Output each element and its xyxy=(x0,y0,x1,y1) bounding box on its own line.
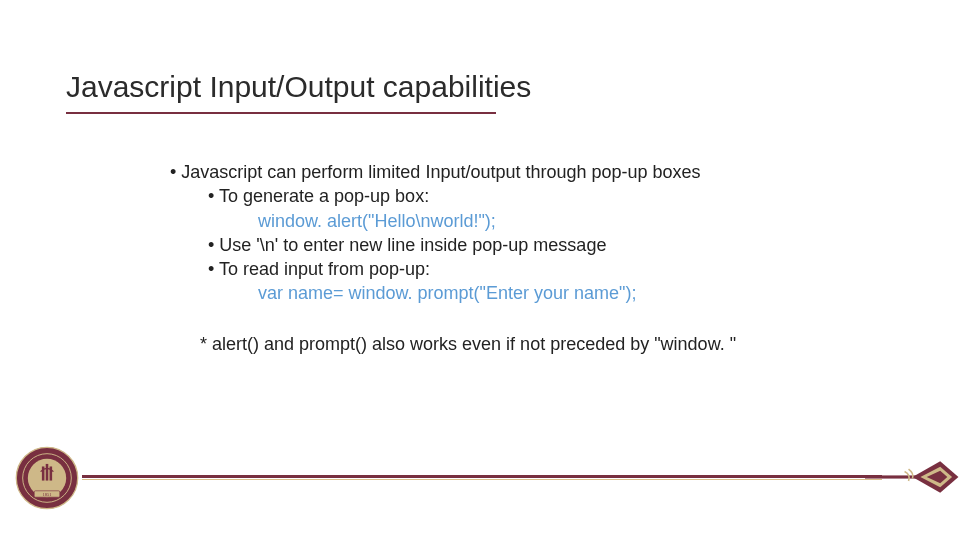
spear-icon xyxy=(865,456,960,498)
code-line: window. alert("Hello\nworld!"); xyxy=(258,209,890,233)
footer-rule xyxy=(82,475,882,478)
code-line: var name= window. prompt("Enter your nam… xyxy=(258,281,890,305)
title-underline xyxy=(66,112,496,114)
bullet-item: • Javascript can perform limited Input/o… xyxy=(170,160,890,184)
footer-rule-shadow xyxy=(82,479,882,480)
university-seal-icon: 1851 xyxy=(15,446,79,510)
bullet-item: • To generate a pop-up box: xyxy=(208,184,890,208)
svg-text:1851: 1851 xyxy=(43,492,52,497)
svg-rect-4 xyxy=(46,464,49,481)
bullet-item: • To read input from pop-up: xyxy=(208,257,890,281)
footer: 1851 xyxy=(0,440,960,520)
slide-content: • Javascript can perform limited Input/o… xyxy=(170,160,890,356)
bullet-item: • Use '\n' to enter new line inside pop-… xyxy=(208,233,890,257)
slide: Javascript Input/Output capabilities • J… xyxy=(0,0,960,540)
footnote: * alert() and prompt() also works even i… xyxy=(200,332,890,356)
slide-title: Javascript Input/Output capabilities xyxy=(66,70,531,104)
